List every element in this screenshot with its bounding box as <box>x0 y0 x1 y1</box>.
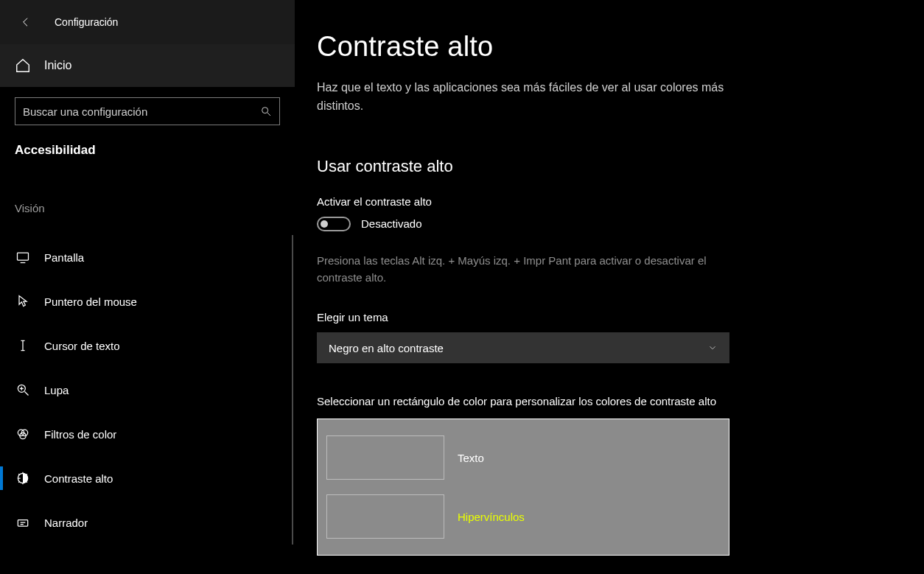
page-description: Haz que el texto y las aplicaciones sea … <box>317 79 729 116</box>
color-swatch-hyperlinks[interactable] <box>326 494 444 539</box>
customize-colors-label: Seleccionar un rectángulo de color para … <box>317 393 729 410</box>
pointer-icon <box>15 293 31 309</box>
toggle-label: Activar el contraste alto <box>317 195 902 208</box>
high-contrast-toggle[interactable] <box>317 217 351 231</box>
color-panel: Texto Hipervínculos <box>317 419 729 556</box>
sidebar-item-puntero[interactable]: Puntero del mouse <box>0 279 295 323</box>
sidebar-item-label: Cursor de texto <box>44 340 120 352</box>
color-row-label: Texto <box>458 452 484 464</box>
group-heading: Visión <box>0 202 295 214</box>
monitor-icon <box>15 249 31 265</box>
sidebar-item-pantalla[interactable]: Pantalla <box>0 235 295 279</box>
sidebar-item-contraste-alto[interactable]: Contraste alto <box>0 456 295 500</box>
shortcut-hint: Presiona las teclas Alt izq. + Mayús izq… <box>317 252 729 287</box>
search-icon <box>260 105 272 117</box>
sidebar-item-cursor-texto[interactable]: Cursor de texto <box>0 323 295 368</box>
home-label: Inicio <box>44 59 71 72</box>
search-input[interactable] <box>23 105 260 118</box>
text-cursor-icon <box>15 337 31 354</box>
color-row-text: Texto <box>326 428 720 487</box>
arrow-left-icon <box>20 16 32 28</box>
home-icon <box>15 57 31 74</box>
magnifier-icon <box>15 382 31 398</box>
chevron-down-icon <box>707 343 718 353</box>
color-swatch-text[interactable] <box>326 435 444 480</box>
sidebar-item-label: Narrador <box>44 517 88 529</box>
svg-point-0 <box>262 108 268 113</box>
section-heading: Accesibilidad <box>0 125 295 158</box>
search-container <box>0 87 295 125</box>
toggle-row: Desactivado <box>317 217 902 231</box>
titlebar: Configuración <box>0 0 295 44</box>
color-filters-icon <box>15 426 31 442</box>
svg-rect-7 <box>18 520 27 526</box>
window-title: Configuración <box>55 16 118 28</box>
sidebar-item-lupa[interactable]: Lupa <box>0 368 295 412</box>
back-button[interactable] <box>15 11 37 33</box>
svg-rect-1 <box>18 253 29 260</box>
page-title: Contraste alto <box>317 31 902 63</box>
sidebar-item-narrador[interactable]: Narrador <box>0 500 295 545</box>
home-nav-item[interactable]: Inicio <box>0 44 295 87</box>
sidebar-item-filtros-color[interactable]: Filtros de color <box>0 412 295 456</box>
sidebar-item-label: Contraste alto <box>44 472 113 485</box>
sidebar-item-label: Pantalla <box>44 251 84 264</box>
color-row-label: Hipervínculos <box>458 511 525 523</box>
high-contrast-icon <box>15 470 31 486</box>
toggle-state-text: Desactivado <box>361 217 422 230</box>
sidebar-item-label: Puntero del mouse <box>44 295 137 308</box>
color-row-hyperlinks: Hipervínculos <box>326 487 720 546</box>
theme-dropdown-value: Negro en alto contraste <box>329 342 444 354</box>
sidebar-item-label: Lupa <box>44 384 69 396</box>
theme-dropdown[interactable]: Negro en alto contraste <box>317 332 729 363</box>
nav-list: Pantalla Puntero del mouse Cursor de tex… <box>0 235 295 545</box>
search-box[interactable] <box>15 97 280 125</box>
sidebar: Configuración Inicio Accesibilidad Visió… <box>0 0 295 574</box>
sidebar-item-label: Filtros de color <box>44 428 116 441</box>
main-content: Contraste alto Haz que el texto y las ap… <box>295 0 924 574</box>
narrator-icon <box>15 514 31 531</box>
theme-label: Elegir un tema <box>317 311 902 323</box>
use-high-contrast-heading: Usar contraste alto <box>317 157 902 176</box>
